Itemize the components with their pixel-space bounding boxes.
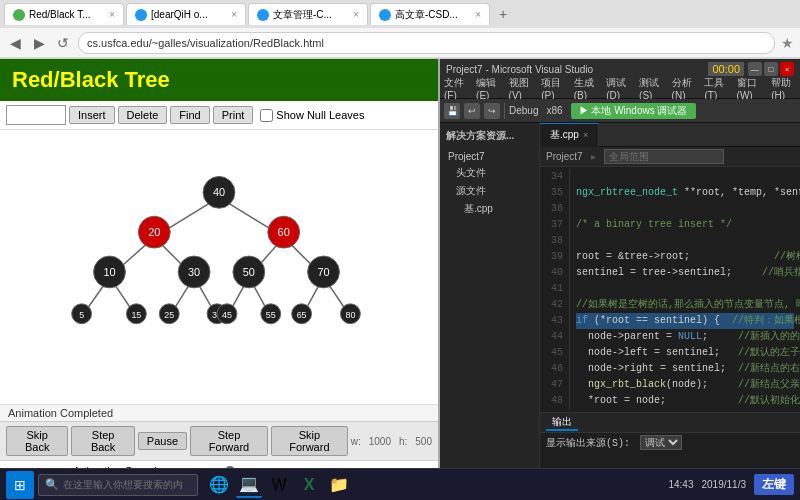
taskbar-word-icon[interactable]: W [266,472,292,498]
code-line-39: root = &tree->root; //树根指针指向了root [576,249,794,265]
vs-explorer-title: 解决方案资源... [444,127,535,145]
code-line-35: ngx_rbtree_node_t **root, *temp, *sentin… [576,185,794,201]
vs-tab-close[interactable]: × [583,130,588,140]
page-title: Red/Black Tree [12,67,426,93]
code-editor: 34 35 36 37 38 39 40 41 42 43 44 45 [540,167,800,412]
taskbar-search-input[interactable] [63,479,183,490]
vs-menu-view[interactable]: 视图(V) [509,76,534,101]
svg-text:60: 60 [278,226,290,238]
vs-menu-analyze[interactable]: 分析(N) [672,76,697,101]
delete-button[interactable]: Delete [118,106,168,124]
vs-close-button[interactable]: × [780,62,794,76]
vs-minimize-button[interactable]: — [748,62,762,76]
vs-menu-project[interactable]: 项目(P) [541,76,566,101]
w-label: w: [351,436,361,447]
taskbar-folder-icon[interactable]: 📁 [326,472,352,498]
start-button[interactable]: ⊞ [6,471,34,499]
tab-gaowenzhan[interactable]: 高文章-CSD... × [370,3,490,25]
skip-back-button[interactable]: Skip Back [6,426,68,456]
taskbar-excel-icon[interactable]: X [296,472,322,498]
step-back-button[interactable]: Step Back [71,426,134,456]
vs-toolbar-undo[interactable]: ↩ [464,103,480,119]
vs-output-tab[interactable]: 输出 [546,415,578,431]
vs-menu-window[interactable]: 窗口(W) [737,76,764,101]
vs-time: 00:00 [708,62,744,76]
tab-label-gaowenzhan: 高文章-CSD... [395,8,471,22]
vs-menu-debug[interactable]: 调试(D) [606,76,631,101]
tab-dearqi[interactable]: [dearQiH o... × [126,3,246,25]
code-line-42: //如果树是空树的话,那么插入的节点变量节点, 叶节点的左右子节点食全是 [576,297,794,313]
vs-toolbar-save[interactable]: 💾 [444,103,460,119]
code-line-48: *root = node; //默认初始化为新根 [576,393,794,409]
vs-menu-file[interactable]: 文件(F) [444,76,468,101]
code-line-37: /* a binary tree insert */ [576,217,794,233]
browser-chrome: Red/Black T... × [dearQiH o... × 文章管理-C.… [0,0,800,59]
forward-button[interactable]: ▶ [30,34,48,52]
taskbar-search-bar[interactable]: 🔍 [38,474,198,496]
code-line-34 [576,169,794,185]
skip-forward-button[interactable]: Skip Forward [271,426,348,456]
svg-text:45: 45 [222,310,232,320]
vs-file-project7[interactable]: Project7 [444,149,535,164]
pause-button[interactable]: Pause [138,432,187,450]
print-button[interactable]: Print [213,106,254,124]
tree-svg: 40 20 60 10 [0,130,438,404]
vs-menu-build[interactable]: 生成(B) [574,76,599,101]
taskbar-vs-icon[interactable]: 💻 [236,472,262,498]
line-numbers: 34 35 36 37 38 39 40 41 42 43 44 45 [540,169,570,410]
back-button[interactable]: ◀ [6,34,24,52]
vs-menu-test[interactable]: 测试(S) [639,76,664,101]
vs-run-button[interactable]: ▶ 本地 Windows 调试器 [571,103,696,119]
tab-redblack[interactable]: Red/Black T... × [4,3,124,25]
code-line-41 [576,281,794,297]
animation-controls: Skip Back Step Back Pause Step Forward S… [0,421,438,460]
vs-menu-tools[interactable]: 工具(T) [704,76,728,101]
page-header: Red/Black Tree [0,59,438,101]
vs-code-tab-bar: 基.cpp × [540,123,800,147]
ime-button[interactable]: 左键 [754,474,794,495]
step-forward-button[interactable]: Step Forward [190,426,268,456]
tab-bar: Red/Black T... × [dearQiH o... × 文章管理-C.… [0,0,800,28]
taskbar-date: 2019/11/3 [702,479,747,490]
vs-toolbar: 💾 ↩ ↪ Debug x86 ▶ 本地 Windows 调试器 [440,99,800,123]
show-null-leaves-checkbox[interactable] [260,109,273,122]
svg-text:15: 15 [131,310,141,320]
h-label: h: [399,436,407,447]
svg-text:10: 10 [103,266,115,278]
vs-menu-help[interactable]: 帮助(H) [771,76,796,101]
code-line-38 [576,233,794,249]
vs-tab-label: 基.cpp [550,128,579,142]
svg-text:80: 80 [345,310,355,320]
vs-maximize-button[interactable]: □ [764,62,778,76]
vs-menu-edit[interactable]: 编辑(E) [476,76,501,101]
vs-output-source-select[interactable]: 调试 [640,435,682,450]
tab-close-redblack[interactable]: × [109,9,115,20]
url-bar[interactable]: cs.usfca.edu/~galles/visualization/RedBl… [78,32,775,54]
insert-input[interactable] [6,105,66,125]
vs-find-input[interactable] [604,149,724,164]
taskbar-right: 14:43 2019/11/3 左键 [668,474,794,495]
svg-text:50: 50 [243,266,255,278]
code-line-44: node->parent = NULL; //新插入的的结构的父亲了根 [576,329,794,345]
vs-find-bar: Project7 ▸ [540,147,800,167]
bookmark-button[interactable]: ★ [781,35,794,51]
vs-file-jicpp[interactable]: 基.cpp [444,200,535,218]
dimensions-display: w: 1000 h: 500 [351,436,432,447]
vs-output-content: 显示输出来源(S): 调试 [540,433,800,452]
tab-wenzhan[interactable]: 文章管理-C... × [248,3,368,25]
vs-toolbar-redo[interactable]: ↪ [484,103,500,119]
tab-close-dearqi[interactable]: × [231,9,237,20]
vs-file-headers[interactable]: 头文件 [444,164,535,182]
new-tab-button[interactable]: + [492,3,514,25]
taskbar-chrome-icon[interactable]: 🌐 [206,472,232,498]
vs-code-tab-jicpp[interactable]: 基.cpp × [540,123,599,147]
tab-close-wenzhan[interactable]: × [353,9,359,20]
insert-button[interactable]: Insert [69,106,115,124]
tab-close-gaowenzhan[interactable]: × [475,9,481,20]
refresh-button[interactable]: ↺ [54,34,72,52]
vs-file-sources[interactable]: 源文件 [444,182,535,200]
find-button[interactable]: Find [170,106,209,124]
show-null-leaves-label[interactable]: Show Null Leaves [260,109,364,122]
code-line-47: ngx_rbt_black(node); //新结点父亲 [576,377,794,393]
vs-file-tree: Project7 头文件 源文件 基.cpp [444,149,535,218]
